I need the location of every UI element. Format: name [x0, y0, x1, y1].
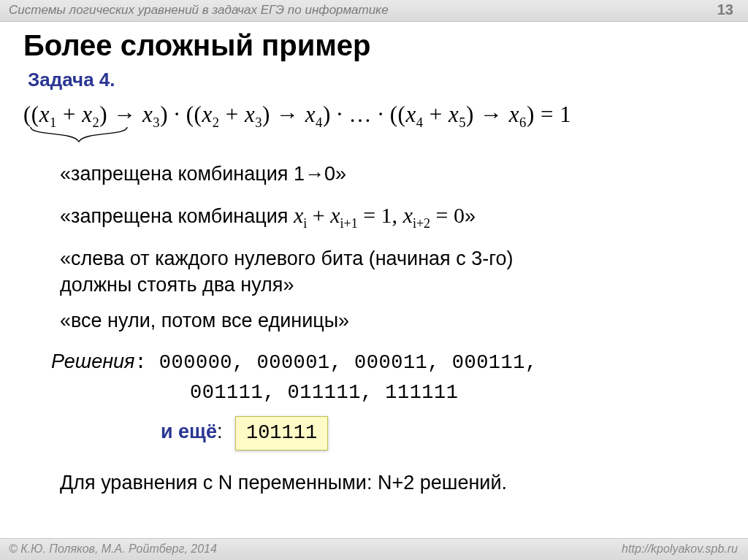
page-title: Более сложный пример — [23, 29, 371, 62]
copyright: © К.Ю. Поляков, М.А. Ройтберг, 2014 — [9, 542, 217, 556]
page-number: 13 — [717, 1, 733, 18]
note-3b: должны стоять два нуля» — [60, 272, 719, 298]
solutions-label: Решения — [51, 350, 134, 372]
breadcrumb: Системы логических уравнений в задачах Е… — [9, 3, 389, 18]
underbrace — [25, 131, 719, 153]
footer-url: http://kpolyakov.spb.ru — [622, 542, 738, 556]
note-2: «запрещена комбинация xi + xi+1 = 1, xi+… — [60, 201, 719, 232]
extra-solution: и ещё: 101111 — [161, 416, 719, 450]
header-bar: Системы логических уравнений в задачах Е… — [0, 0, 748, 22]
note-3a: «слева от каждого нулевого бита (начиная… — [60, 245, 719, 272]
extra-label: и ещё — [161, 421, 217, 443]
highlighted-value: 101111 — [235, 416, 328, 450]
solutions-line1: Решения: 000000, 000001, 000011, 000111, — [51, 348, 719, 376]
slide: Системы логических уравнений в задачах Е… — [0, 0, 748, 560]
solutions-line2: 001111, 011111, 111111 — [190, 380, 719, 406]
brace-icon — [29, 126, 131, 147]
final-statement: Для уравнения с N переменными: N+2 решен… — [60, 469, 719, 496]
note-1: «запрещена комбинация 1→0» — [60, 161, 719, 187]
note-4: «все нули, потом все единицы» — [60, 307, 719, 334]
footer-bar: © К.Ю. Поляков, М.А. Ройтберг, 2014 http… — [0, 538, 748, 560]
task-label: Задача 4. — [28, 69, 115, 91]
content-area: ((x1 + x2) → x3) · ((x2 + x3) → x4) · … … — [0, 95, 748, 496]
